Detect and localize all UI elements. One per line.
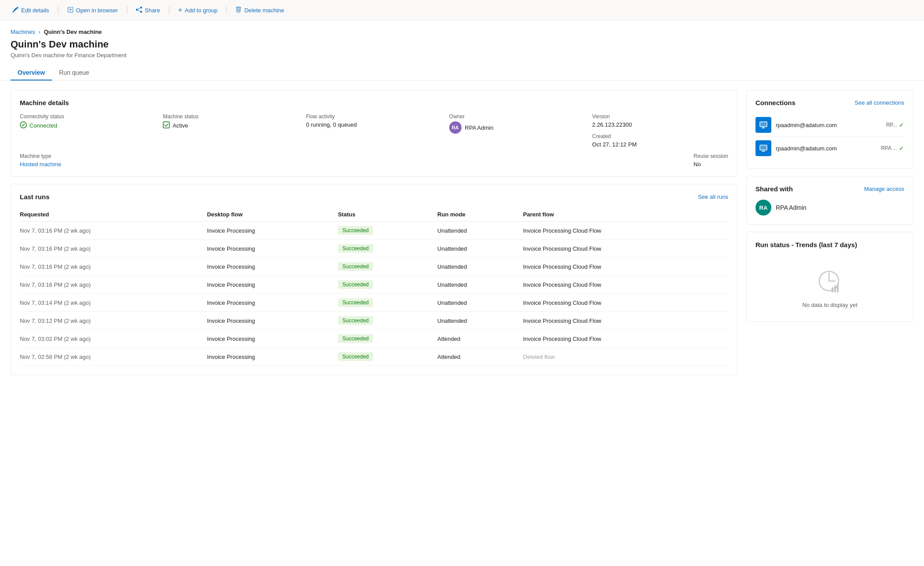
- delete-machine-button[interactable]: Delete machine: [232, 5, 287, 16]
- separator: [127, 6, 127, 14]
- runs-table: Requested Desktop flow Status Run mode P…: [20, 208, 728, 366]
- cell-requested: Nov 7, 02:58 PM (2 wk ago): [20, 348, 207, 366]
- no-data-icon: [817, 269, 843, 296]
- table-row[interactable]: Nov 7, 03:14 PM (2 wk ago) Invoice Proce…: [20, 294, 728, 312]
- see-all-connections-link[interactable]: See all connections: [854, 99, 904, 106]
- cell-requested: Nov 7, 03:16 PM (2 wk ago): [20, 258, 207, 276]
- conn-check-icon-1: ✓: [899, 121, 904, 128]
- cell-parent-flow: Invoice Processing Cloud Flow: [523, 240, 728, 258]
- connections-header: Connections See all connections: [755, 99, 904, 106]
- created-item: Created Oct 27, 12:12 PM: [592, 133, 728, 148]
- svg-rect-5: [760, 146, 766, 150]
- connectivity-label: Connectivity status: [20, 113, 156, 120]
- see-all-runs-link[interactable]: See all runs: [698, 194, 728, 200]
- cell-status: Succeeded: [338, 294, 437, 312]
- connection-email-2: rpaadmin@adatum.com: [776, 145, 877, 152]
- trends-title: Run status - Trends (last 7 days): [755, 241, 904, 248]
- share-button[interactable]: Share: [132, 5, 164, 16]
- machine-type-value[interactable]: Hosted machine: [20, 161, 61, 168]
- connection-icon-1: [755, 117, 771, 133]
- table-row[interactable]: Nov 7, 03:02 PM (2 wk ago) Invoice Proce…: [20, 330, 728, 348]
- status-badge: Succeeded: [338, 334, 373, 343]
- table-row[interactable]: Nov 7, 02:58 PM (2 wk ago) Invoice Proce…: [20, 348, 728, 366]
- connected-check-icon: [20, 121, 27, 130]
- breadcrumb-current: Quinn's Dev machine: [44, 29, 102, 35]
- cell-run-mode: Unattended: [437, 276, 523, 294]
- runs-table-body: Nov 7, 03:16 PM (2 wk ago) Invoice Proce…: [20, 222, 728, 366]
- cell-run-mode: Unattended: [437, 294, 523, 312]
- cell-status: Succeeded: [338, 258, 437, 276]
- version-label: Version: [592, 113, 728, 120]
- cell-parent-flow: Invoice Processing Cloud Flow: [523, 276, 728, 294]
- runs-table-header: Requested Desktop flow Status Run mode P…: [20, 208, 728, 222]
- connection-email-1: rpaadmin@adatum.com: [776, 122, 882, 128]
- status-badge: Succeeded: [338, 244, 373, 253]
- connectivity-status-item: Connectivity status Connected: [20, 113, 156, 148]
- trends-card: Run status - Trends (last 7 days) No dat…: [746, 232, 913, 322]
- connection-item-1: rpaadmin@adatum.com RP... ✓: [755, 113, 904, 137]
- machine-details-title: Machine details: [20, 99, 728, 106]
- cell-parent-flow: Invoice Processing Cloud Flow: [523, 222, 728, 240]
- cell-requested: Nov 7, 03:02 PM (2 wk ago): [20, 330, 207, 348]
- toolbar: Edit details Open in browser Share + Add…: [0, 0, 924, 21]
- manage-access-link[interactable]: Manage access: [864, 186, 904, 192]
- cell-desktop-flow: Invoice Processing: [207, 240, 338, 258]
- machine-type-label: Machine type: [20, 153, 61, 159]
- table-row[interactable]: Nov 7, 03:16 PM (2 wk ago) Invoice Proce…: [20, 276, 728, 294]
- cell-requested: Nov 7, 03:14 PM (2 wk ago): [20, 294, 207, 312]
- owner-value: RPA Admin: [465, 124, 494, 131]
- open-in-browser-button[interactable]: Open in browser: [64, 5, 121, 16]
- add-to-group-button[interactable]: + Add to group: [175, 4, 221, 16]
- page-title: Quinn's Dev machine: [11, 39, 913, 50]
- connection-icon-2: [755, 140, 771, 156]
- owner-item: Owner RA RPA Admin: [449, 113, 585, 148]
- status-badge: Succeeded: [338, 298, 373, 307]
- cell-desktop-flow: Invoice Processing: [207, 312, 338, 330]
- table-row[interactable]: Nov 7, 03:16 PM (2 wk ago) Invoice Proce…: [20, 258, 728, 276]
- cell-status: Succeeded: [338, 240, 437, 258]
- version-created-group: Version 2.26.123.22300 Created Oct 27, 1…: [592, 113, 728, 148]
- last-runs-title: Last runs: [20, 193, 50, 201]
- connection-status-1: RP... ✓: [886, 121, 904, 128]
- cell-parent-flow: Invoice Processing Cloud Flow: [523, 330, 728, 348]
- owner-avatar: RA: [449, 121, 462, 134]
- breadcrumb: Machines › Quinn's Dev machine: [11, 29, 913, 35]
- cell-desktop-flow: Invoice Processing: [207, 294, 338, 312]
- status-badge: Succeeded: [338, 316, 373, 325]
- connections-title: Connections: [755, 99, 796, 106]
- table-row[interactable]: Nov 7, 03:12 PM (2 wk ago) Invoice Proce…: [20, 312, 728, 330]
- edit-details-button[interactable]: Edit details: [9, 5, 53, 16]
- table-row[interactable]: Nov 7, 03:16 PM (2 wk ago) Invoice Proce…: [20, 222, 728, 240]
- cell-run-mode: Attended: [437, 348, 523, 366]
- cell-requested: Nov 7, 03:12 PM (2 wk ago): [20, 312, 207, 330]
- breadcrumb-parent-link[interactable]: Machines: [11, 29, 35, 35]
- svg-rect-8: [834, 285, 836, 292]
- active-check-icon: [163, 121, 170, 130]
- separator: [58, 6, 59, 14]
- conn-rp-label-1: RP...: [886, 122, 897, 128]
- tab-run-queue[interactable]: Run queue: [52, 66, 96, 80]
- no-data-text: No data to display yet: [802, 302, 857, 308]
- tabs-bar: Overview Run queue: [0, 60, 924, 81]
- right-column: Connections See all connections rpaadmin…: [746, 90, 913, 375]
- last-runs-header: Last runs See all runs: [20, 193, 728, 201]
- table-row[interactable]: Nov 7, 03:16 PM (2 wk ago) Invoice Proce…: [20, 240, 728, 258]
- version-item: Version 2.26.123.22300: [592, 113, 728, 128]
- tab-overview[interactable]: Overview: [11, 66, 52, 80]
- shared-user-name: RPA Admin: [776, 204, 807, 211]
- separator: [169, 6, 169, 14]
- machine-status-item: Machine status Active: [163, 113, 299, 148]
- machine-details-grid: Connectivity status Connected Machine st…: [20, 113, 728, 148]
- separator: [226, 6, 227, 14]
- cell-run-mode: Unattended: [437, 258, 523, 276]
- created-value: Oct 27, 12:12 PM: [592, 141, 728, 148]
- trends-body: No data to display yet: [755, 256, 904, 313]
- cell-desktop-flow: Invoice Processing: [207, 222, 338, 240]
- shared-user-avatar: RA: [755, 200, 771, 215]
- col-run-mode: Run mode: [437, 208, 523, 222]
- col-requested: Requested: [20, 208, 207, 222]
- main-layout: Machine details Connectivity status Conn…: [0, 81, 924, 384]
- machine-status-label: Machine status: [163, 113, 299, 120]
- conn-rp-label-2: RPA ...: [881, 145, 897, 151]
- last-runs-card: Last runs See all runs Requested Desktop…: [11, 184, 737, 375]
